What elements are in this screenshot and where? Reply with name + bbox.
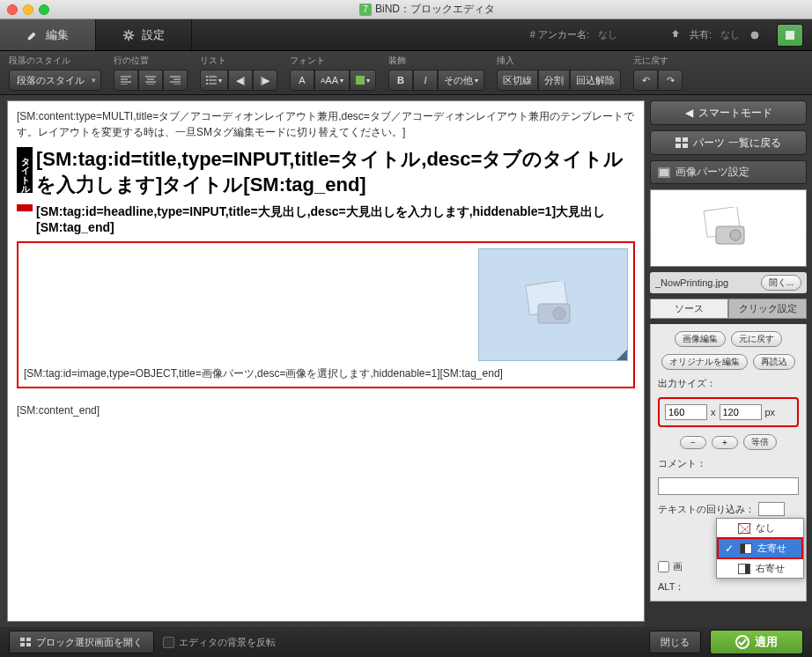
pencil-icon bbox=[26, 29, 39, 41]
align-left-icon bbox=[121, 76, 131, 85]
comment-label: コメント： bbox=[658, 457, 799, 470]
align-left-button[interactable] bbox=[114, 70, 138, 91]
svg-point-16 bbox=[730, 230, 741, 240]
outdent-button[interactable]: ◀| bbox=[228, 70, 253, 91]
back-to-list-button[interactable]: パーツ 一覧に戻る bbox=[650, 130, 807, 155]
image-tag-text: [SM:tag:id=image,type=OBJECT,title=画像パーツ… bbox=[24, 366, 628, 381]
group-decor: 装飾 B I その他▾ bbox=[388, 55, 484, 91]
share-label: 共有: bbox=[690, 28, 712, 41]
link-icon[interactable] bbox=[749, 29, 761, 41]
font-color-button[interactable]: ▾ bbox=[350, 70, 376, 91]
align-center-button[interactable] bbox=[138, 70, 163, 91]
image-placeholder[interactable] bbox=[478, 248, 628, 361]
italic-button[interactable]: I bbox=[413, 70, 438, 91]
comment-input[interactable] bbox=[658, 477, 799, 495]
bold-button[interactable]: B bbox=[388, 70, 413, 91]
confirm-button[interactable] bbox=[777, 24, 803, 47]
color-swatch-icon bbox=[356, 76, 365, 85]
sub-tabs: ソース クリック設定 bbox=[650, 299, 807, 319]
wrap-left-icon bbox=[740, 543, 752, 554]
indent-button[interactable]: |▶ bbox=[253, 70, 277, 91]
headline-text[interactable]: [SM:tag:id=headline,type=INPUT,title=大見出… bbox=[36, 204, 635, 234]
font-size-button[interactable]: AAA▾ bbox=[314, 70, 350, 91]
smart-mode-button[interactable]: ◀ スマートモード bbox=[650, 100, 807, 125]
svg-rect-21 bbox=[20, 643, 25, 646]
wrap-option-left[interactable]: ✓ 左寄せ bbox=[717, 537, 803, 559]
align-center-icon bbox=[145, 76, 156, 85]
svg-point-4 bbox=[206, 83, 208, 85]
wrap-option-right[interactable]: ✓ 右寄せ bbox=[717, 559, 803, 578]
close-button[interactable]: 閉じる bbox=[649, 631, 701, 653]
svg-rect-1 bbox=[786, 31, 794, 40]
indent-icon: |▶ bbox=[261, 75, 270, 86]
titlebar: 7BiND：ブロックエディタ bbox=[0, 0, 812, 19]
width-input[interactable] bbox=[665, 404, 707, 420]
title-text[interactable]: [SM:tag:id=title,type=INPUT,title=タイトル,d… bbox=[36, 147, 635, 197]
font-family-button[interactable]: A bbox=[290, 70, 314, 91]
output-size-label: 出力サイズ： bbox=[658, 377, 799, 390]
close-window-icon[interactable] bbox=[7, 4, 18, 15]
para-style-dropdown[interactable]: 段落のスタイル bbox=[9, 70, 101, 91]
arrow-left-icon: ◀ bbox=[685, 107, 693, 119]
edit-original-button[interactable]: オリジナルを編集 bbox=[661, 354, 748, 370]
group-line-pos: 行の位置 bbox=[114, 55, 188, 91]
undo-icon: ↶ bbox=[642, 75, 650, 86]
text-wrap-label: テキストの回り込み： bbox=[658, 503, 755, 516]
minimize-window-icon[interactable] bbox=[23, 4, 33, 15]
main-tabs: 編集 設定 # アンカー名: なし 共有: なし bbox=[0, 19, 812, 51]
tab-click-settings[interactable]: クリック設定 bbox=[728, 299, 807, 319]
apply-button[interactable]: 適用 bbox=[710, 630, 803, 654]
svg-point-0 bbox=[126, 33, 130, 37]
title-block: タイトル [SM:tag:id=title,type=INPUT,title=タ… bbox=[17, 147, 635, 197]
share-value[interactable]: なし bbox=[720, 28, 740, 41]
list-button[interactable]: ▾ bbox=[200, 70, 228, 91]
edit-image-button[interactable]: 画像編集 bbox=[675, 331, 726, 347]
size-minus-button[interactable]: − bbox=[680, 436, 706, 449]
align-right-icon bbox=[170, 76, 181, 85]
block-select-button[interactable]: ブロック選択画面を開く bbox=[9, 631, 154, 653]
svg-rect-19 bbox=[20, 638, 25, 641]
split-button[interactable]: 分割 bbox=[538, 70, 570, 91]
share-icon bbox=[670, 30, 681, 41]
wrap-dropdown-menu: ✓ なし ✓ 左寄せ ✓ 右寄せ bbox=[716, 518, 804, 579]
hr-button[interactable]: 区切線 bbox=[497, 70, 538, 91]
redo-button[interactable]: ↷ bbox=[658, 70, 683, 91]
undo-button[interactable]: ↶ bbox=[633, 70, 658, 91]
invert-bg-checkbox[interactable]: エディタの背景を反転 bbox=[163, 636, 276, 649]
image-block[interactable]: [SM:tag:id=image,type=OBJECT,title=画像パーツ… bbox=[17, 241, 635, 388]
redo-icon: ↷ bbox=[667, 75, 675, 86]
svg-rect-9 bbox=[683, 137, 688, 142]
wrap-option-none[interactable]: ✓ なし bbox=[717, 519, 803, 537]
source-panel: 画像編集 元に戻す オリジナルを編集 再読込 出力サイズ： x px − + 等… bbox=[650, 324, 807, 602]
anchor-value[interactable]: なし bbox=[598, 28, 617, 41]
open-file-button[interactable]: 開く... bbox=[761, 275, 801, 291]
checkbox-icon bbox=[163, 637, 174, 648]
zoom-window-icon[interactable] bbox=[39, 4, 49, 15]
text-wrap-dropdown[interactable] bbox=[758, 502, 785, 516]
tab-edit[interactable]: 編集 bbox=[0, 19, 96, 50]
editor-canvas[interactable]: [SM:content:type=MULTI,title=タブ／アコーディオンレ… bbox=[7, 100, 645, 622]
wrap-none-icon bbox=[738, 523, 750, 534]
file-row: _NowPrinting.jpg 開く... bbox=[650, 272, 807, 293]
image-checkbox[interactable] bbox=[658, 561, 669, 572]
alt-label: ALT： bbox=[658, 580, 684, 594]
sm-content-end: [SM:content_end] bbox=[17, 402, 635, 418]
height-input[interactable] bbox=[720, 404, 762, 420]
svg-rect-22 bbox=[26, 643, 31, 646]
align-right-button[interactable] bbox=[163, 70, 188, 91]
other-decor-button[interactable]: その他▾ bbox=[438, 70, 484, 91]
svg-point-23 bbox=[736, 636, 749, 648]
camera-icon bbox=[522, 281, 584, 329]
revert-button[interactable]: 元に戻す bbox=[731, 331, 782, 347]
size-plus-button[interactable]: + bbox=[712, 436, 738, 449]
size-equal-button[interactable]: 等倍 bbox=[743, 434, 777, 450]
svg-rect-10 bbox=[675, 144, 681, 148]
workspace: [SM:content:type=MULTI,title=タブ／アコーディオンレ… bbox=[0, 95, 812, 627]
gear-icon bbox=[122, 29, 135, 41]
resize-handle-icon[interactable] bbox=[616, 350, 627, 360]
clear-wrap-button[interactable]: 回込解除 bbox=[570, 70, 621, 91]
svg-point-2 bbox=[206, 76, 208, 78]
reload-button[interactable]: 再読込 bbox=[753, 354, 795, 370]
tab-source[interactable]: ソース bbox=[650, 299, 728, 319]
tab-settings[interactable]: 設定 bbox=[96, 19, 192, 50]
